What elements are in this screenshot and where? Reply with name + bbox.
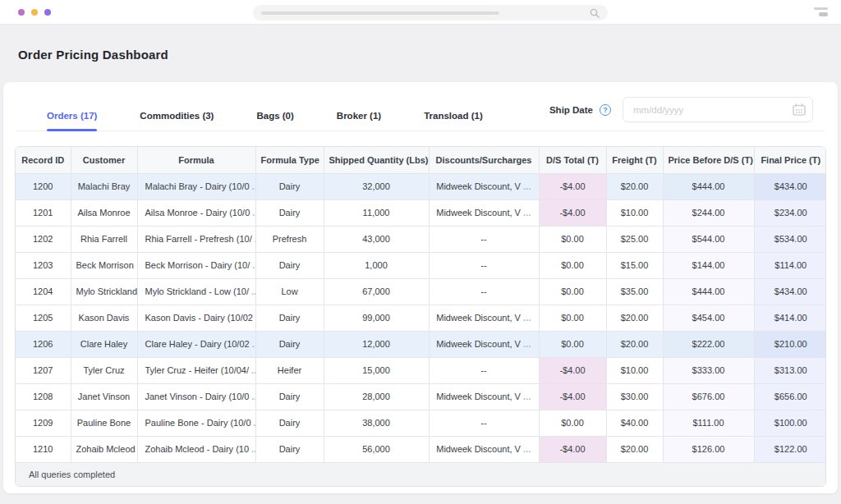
cell-formula: Malachi Bray - Dairy (10/0... [137, 173, 255, 199]
tab-broker[interactable]: Broker (1) [337, 111, 381, 131]
window-dot[interactable] [31, 9, 38, 16]
cell-freight: $20.00 [606, 331, 663, 357]
cell-price-before: $222.00 [663, 331, 754, 357]
cell-record-id: 1203 [16, 252, 71, 278]
col-discounts: Discounts/Surcharges [429, 147, 539, 173]
cell-final-price: $414.00 [754, 305, 826, 331]
cell-formula: Janet Vinson - Dairy (10/0... [137, 383, 255, 410]
col-formula-type: Formula Type [255, 147, 324, 173]
ship-date-input[interactable] [633, 105, 793, 115]
cell-shipped-qty: 11,000 [324, 199, 429, 226]
cell-discounts: Midweek Discount, V... [429, 305, 539, 331]
table-row[interactable]: 1206Clare HaleyClare Haley - Dairy (10/0… [16, 331, 826, 357]
cell-freight: $20.00 [606, 436, 663, 462]
truncation-ellipsis-icon[interactable]: ... [523, 314, 531, 323]
cell-final-price: $114.00 [754, 252, 826, 278]
cell-shipped-qty: 28,000 [324, 383, 429, 410]
truncation-ellipsis-icon[interactable]: ... [252, 261, 255, 270]
tab-bags[interactable]: Bags (0) [256, 111, 293, 131]
cell-shipped-qty: 38,000 [324, 410, 429, 436]
help-icon[interactable]: ? [600, 104, 611, 116]
cell-price-before: $544.00 [663, 226, 754, 252]
truncation-ellipsis-icon[interactable]: ... [252, 208, 255, 218]
cell-formula-type: Dairy [255, 436, 324, 462]
truncation-ellipsis-icon[interactable]: ... [523, 340, 531, 349]
cell-freight: $40.00 [606, 410, 663, 436]
cell-final-price: $210.00 [754, 331, 826, 357]
cell-customer: Tyler Cruz [71, 357, 137, 383]
table-row[interactable]: 1201Ailsa MonroeAilsa Monroe - Dairy (10… [16, 199, 826, 226]
cell-shipped-qty: 43,000 [324, 226, 429, 252]
cell-final-price: $434.00 [754, 173, 826, 199]
cell-formula-type: Prefresh [255, 226, 324, 252]
cell-discounts: -- [429, 252, 539, 278]
cell-ds-total: $0.00 [539, 410, 606, 436]
cell-formula: Mylo Strickland - Low (10/... [137, 278, 255, 305]
truncation-ellipsis-icon[interactable]: ... [523, 392, 531, 401]
cell-ds-total: $0.00 [539, 252, 606, 278]
global-search-input[interactable] [253, 5, 608, 21]
cell-final-price: $534.00 [754, 226, 826, 252]
table-row[interactable]: 1208Janet VinsonJanet Vinson - Dairy (10… [16, 383, 826, 410]
cell-final-price: $100.00 [754, 410, 826, 436]
cell-discounts: -- [429, 226, 539, 252]
table-row[interactable]: 1202Rhia FarrellRhia Farrell - Prefresh … [16, 226, 826, 252]
search-icon[interactable] [590, 8, 600, 18]
truncation-ellipsis-icon[interactable]: ... [523, 182, 531, 191]
cell-ds-total: -$4.00 [539, 383, 606, 410]
tab-orders[interactable]: Orders (17) [47, 111, 97, 131]
truncation-ellipsis-icon[interactable]: ... [251, 392, 255, 401]
truncation-ellipsis-icon[interactable]: ... [252, 340, 255, 349]
truncation-ellipsis-icon[interactable]: ... [251, 366, 255, 375]
cell-ds-total: -$4.00 [539, 173, 606, 199]
window-dots [18, 9, 51, 16]
tab-transload[interactable]: Transload (1) [424, 111, 483, 131]
cell-customer: Janet Vinson [71, 383, 137, 410]
cell-customer: Pauline Bone [71, 410, 137, 436]
cell-shipped-qty: 1,000 [324, 252, 429, 278]
cell-freight: $15.00 [606, 252, 663, 278]
cell-formula: Rhia Farrell - Prefresh (10/... [137, 226, 255, 252]
table-row[interactable]: 1200Malachi BrayMalachi Bray - Dairy (10… [16, 173, 826, 199]
cell-record-id: 1208 [16, 383, 71, 410]
cell-ds-total: $0.00 [539, 278, 606, 305]
cell-price-before: $454.00 [663, 305, 754, 331]
window-dot[interactable] [18, 9, 25, 16]
table-row[interactable]: 1203Beck MorrisonBeck Morrison - Dairy (… [16, 252, 826, 278]
cell-price-before: $126.00 [663, 436, 754, 462]
table-row[interactable]: 1209Pauline BonePauline Bone - Dairy (10… [16, 410, 826, 436]
table-body: 1200Malachi BrayMalachi Bray - Dairy (10… [16, 173, 826, 462]
truncation-ellipsis-icon[interactable]: ... [523, 208, 531, 218]
cell-record-id: 1205 [16, 305, 71, 331]
table-row[interactable]: 1205Kason DavisKason Davis - Dairy (10/0… [16, 305, 826, 331]
cell-formula: Tyler Cruz - Heifer (10/04/... [137, 357, 255, 383]
truncation-ellipsis-icon[interactable]: ... [523, 445, 531, 454]
cell-freight: $10.00 [606, 199, 663, 226]
window-dot[interactable] [44, 9, 51, 16]
cell-record-id: 1206 [16, 331, 71, 357]
cell-price-before: $444.00 [663, 173, 754, 199]
cell-customer: Ailsa Monroe [71, 199, 137, 226]
cell-shipped-qty: 67,000 [324, 278, 429, 305]
cell-price-before: $676.00 [663, 383, 754, 410]
truncation-ellipsis-icon[interactable]: ... [251, 287, 255, 296]
calendar-icon[interactable] [793, 103, 806, 116]
cell-formula: Pauline Bone - Dairy (10/0... [137, 410, 255, 436]
cell-freight: $35.00 [606, 278, 663, 305]
cell-discounts: Midweek Discount, V... [429, 436, 539, 462]
table-row[interactable]: 1207Tyler CruzTyler Cruz - Heifer (10/04… [16, 357, 826, 383]
col-record-id: Record ID [16, 147, 71, 173]
cell-price-before: $111.00 [663, 410, 754, 436]
cell-price-before: $144.00 [663, 252, 754, 278]
cell-formula: Kason Davis - Dairy (10/02... [137, 305, 255, 331]
cell-shipped-qty: 99,000 [324, 305, 429, 331]
truncation-ellipsis-icon[interactable]: ... [251, 445, 255, 454]
cell-freight: $10.00 [606, 357, 663, 383]
cell-discounts: Midweek Discount, V... [429, 331, 539, 357]
tab-commodities[interactable]: Commodities (3) [140, 111, 214, 131]
table-row[interactable]: 1210Zohaib McleodZohaib Mcleod - Dairy (… [16, 436, 826, 462]
truncation-ellipsis-icon[interactable]: ... [252, 182, 255, 191]
cell-discounts: Midweek Discount, V... [429, 383, 539, 410]
menu-icon[interactable] [814, 7, 828, 17]
table-row[interactable]: 1204Mylo StricklandMylo Strickland - Low… [16, 278, 826, 305]
